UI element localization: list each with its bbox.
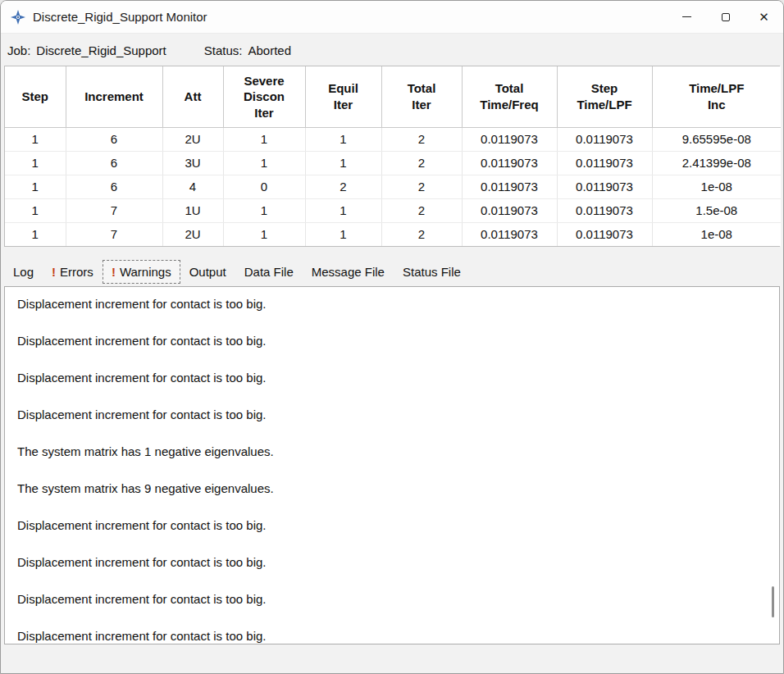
cell: 2 bbox=[381, 127, 462, 151]
table-row[interactable]: 1 7 2U 1 1 2 0.0119073 0.0119073 1e-08 bbox=[5, 222, 781, 246]
job-label: Job: bbox=[7, 43, 30, 57]
iteration-table: Step Increment Att Severe Discon Iter Eq… bbox=[4, 66, 780, 247]
job-name: Discrete_Rigid_Support bbox=[36, 43, 166, 57]
warning-message: Displacement increment for contact is to… bbox=[17, 629, 754, 644]
cell: 7 bbox=[66, 198, 162, 222]
cell: 2U bbox=[162, 222, 223, 246]
cell: 1 bbox=[5, 151, 66, 175]
table-row[interactable]: 1 6 2U 1 1 2 0.0119073 0.0119073 9.65595… bbox=[5, 127, 781, 151]
col-header-equil-iter: Equil Iter bbox=[305, 66, 381, 127]
maximize-button[interactable] bbox=[706, 1, 745, 33]
cell: 1 bbox=[5, 198, 66, 222]
table-header-row: Step Increment Att Severe Discon Iter Eq… bbox=[5, 66, 781, 127]
warnings-panel[interactable]: Displacement increment for contact is to… bbox=[4, 286, 780, 644]
cell: 2 bbox=[381, 222, 462, 246]
cell: 1 bbox=[223, 198, 305, 222]
cell: 1 bbox=[5, 222, 66, 246]
minimize-icon bbox=[682, 16, 691, 17]
col-header-total-time-freq: Total Time/Freq bbox=[462, 66, 557, 127]
tab-label: Output bbox=[189, 265, 226, 279]
tab-message-file[interactable]: Message File bbox=[303, 260, 394, 284]
col-header-att: Att bbox=[162, 66, 223, 127]
table-row[interactable]: 1 6 3U 1 1 2 0.0119073 0.0119073 2.41399… bbox=[5, 151, 781, 175]
warning-bang-icon: ! bbox=[112, 265, 116, 279]
tab-data-file[interactable]: Data File bbox=[235, 260, 303, 284]
cell: 0.0119073 bbox=[557, 198, 652, 222]
table-row[interactable]: 1 6 4 0 2 2 0.0119073 0.0119073 1e-08 bbox=[5, 175, 781, 198]
cell: 1 bbox=[5, 175, 66, 198]
cell: 0.0119073 bbox=[462, 175, 557, 198]
col-header-severe-discon-iter: Severe Discon Iter bbox=[223, 66, 305, 127]
cell: 1U bbox=[162, 198, 223, 222]
table-row[interactable]: 1 7 1U 1 1 2 0.0119073 0.0119073 1.5e-08 bbox=[5, 198, 781, 222]
cell: 1e-08 bbox=[652, 222, 781, 246]
cell: 1 bbox=[305, 127, 381, 151]
cell: 0.0119073 bbox=[462, 151, 557, 175]
tab-output[interactable]: Output bbox=[180, 260, 235, 284]
tab-label: Errors bbox=[60, 265, 93, 279]
monitor-window: Discrete_Rigid_Support Monitor ✕ Job: Di… bbox=[0, 0, 784, 674]
cell: 0.0119073 bbox=[462, 127, 557, 151]
col-header-step: Step bbox=[5, 66, 66, 127]
cell: 1 bbox=[223, 151, 305, 175]
tab-label: Warnings bbox=[120, 265, 171, 279]
cell: 0.0119073 bbox=[462, 222, 557, 246]
cell: 7 bbox=[66, 222, 162, 246]
cell: 4 bbox=[162, 175, 223, 198]
cell: 3U bbox=[162, 151, 223, 175]
warning-message: Displacement increment for contact is to… bbox=[17, 555, 754, 570]
cell: 0.0119073 bbox=[557, 222, 652, 246]
cell: 6 bbox=[66, 127, 162, 151]
error-bang-icon: ! bbox=[52, 265, 56, 279]
warning-message: Displacement increment for contact is to… bbox=[17, 297, 754, 312]
abaqus-app-icon bbox=[11, 10, 25, 25]
minimize-button[interactable] bbox=[668, 1, 706, 33]
window-controls: ✕ bbox=[668, 1, 783, 33]
cell: 2U bbox=[162, 127, 223, 151]
maximize-icon bbox=[722, 13, 730, 21]
tab-bar: Log ! Errors ! Warnings Output Data File… bbox=[4, 260, 780, 284]
cell: 1e-08 bbox=[652, 175, 781, 198]
tab-label: Message File bbox=[312, 265, 385, 279]
title-bar: Discrete_Rigid_Support Monitor ✕ bbox=[1, 1, 783, 34]
warning-message: The system matrix has 9 negative eigenva… bbox=[17, 481, 754, 496]
tab-label: Log bbox=[13, 265, 34, 279]
cell: 2.41399e-08 bbox=[652, 151, 781, 175]
cell: 1 bbox=[305, 198, 381, 222]
col-header-total-iter: Total Iter bbox=[381, 66, 462, 127]
cell: 0.0119073 bbox=[557, 175, 652, 198]
close-button[interactable]: ✕ bbox=[745, 1, 783, 33]
cell: 0.0119073 bbox=[557, 127, 652, 151]
cell: 0 bbox=[223, 175, 305, 198]
scrollbar-thumb[interactable] bbox=[772, 586, 774, 617]
tab-label: Data File bbox=[244, 265, 294, 279]
tab-status-file[interactable]: Status File bbox=[394, 260, 470, 284]
tab-log[interactable]: Log bbox=[4, 260, 43, 284]
cell: 9.65595e-08 bbox=[652, 127, 781, 151]
cell: 2 bbox=[381, 175, 462, 198]
warning-message: Displacement increment for contact is to… bbox=[17, 408, 754, 422]
tab-warnings[interactable]: ! Warnings bbox=[103, 260, 180, 284]
col-header-step-time-lpf: Step Time/LPF bbox=[557, 66, 652, 127]
vertical-scrollbar[interactable] bbox=[768, 288, 777, 643]
cell: 1 bbox=[223, 222, 305, 246]
cell: 1 bbox=[305, 222, 381, 246]
cell: 6 bbox=[66, 175, 162, 198]
warning-message: The system matrix has 1 negative eigenva… bbox=[17, 444, 754, 459]
cell: 0.0119073 bbox=[557, 151, 652, 175]
job-status-line: Job: Discrete_Rigid_Support Status: Abor… bbox=[1, 34, 783, 66]
cell: 1 bbox=[223, 127, 305, 151]
cell: 1 bbox=[5, 127, 66, 151]
cell: 1.5e-08 bbox=[652, 198, 781, 222]
status-value: Aborted bbox=[248, 43, 291, 57]
cell: 2 bbox=[381, 198, 462, 222]
cell: 6 bbox=[66, 151, 162, 175]
col-header-time-lpf-inc: Time/LPF Inc bbox=[652, 66, 781, 127]
close-icon: ✕ bbox=[759, 11, 769, 23]
cell: 0.0119073 bbox=[462, 198, 557, 222]
col-header-increment: Increment bbox=[66, 66, 162, 127]
status-label: Status: bbox=[204, 43, 243, 57]
window-title: Discrete_Rigid_Support Monitor bbox=[33, 10, 207, 24]
cell: 1 bbox=[305, 151, 381, 175]
tab-errors[interactable]: ! Errors bbox=[43, 260, 103, 284]
